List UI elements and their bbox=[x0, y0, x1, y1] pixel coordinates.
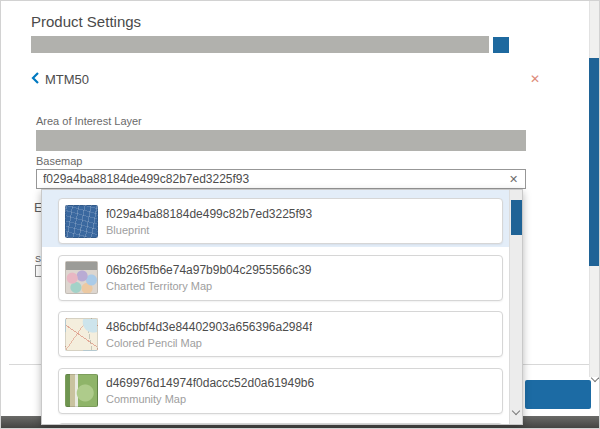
basemap-option-partial[interactable] bbox=[58, 423, 503, 425]
basemap-option-id: 06b26f5fb6e74a97b9b04c2955566c39 bbox=[106, 263, 312, 277]
basemap-option-card[interactable]: f029a4ba88184de499c82b7ed3225f93Blueprin… bbox=[58, 198, 503, 244]
page-scrollbar-down-arrow[interactable] bbox=[592, 367, 598, 385]
basemap-thumbnail-0 bbox=[65, 205, 98, 238]
basemap-option[interactable]: f029a4ba88184de499c82b7ed3225f93Blueprin… bbox=[42, 190, 510, 247]
dropdown-scrollbar-track[interactable] bbox=[509, 190, 522, 424]
basemap-option-card[interactable]: 06b26f5fb6e74a97b9b04c2955566c39Charted … bbox=[58, 255, 503, 301]
basemap-thumbnail-2 bbox=[65, 318, 98, 351]
back-button[interactable]: MTM50 bbox=[31, 70, 89, 88]
dropdown-scrollbar-thumb[interactable] bbox=[511, 200, 522, 235]
clear-input-icon[interactable]: ✕ bbox=[509, 173, 518, 185]
basemap-option-id: 486cbbf4d3e84402903a656396a2984f bbox=[106, 320, 312, 334]
page-scrollbar-thumb[interactable] bbox=[589, 58, 600, 266]
product-settings-dialog: Product Settings MTM50 ✕ Area of Interes… bbox=[0, 0, 600, 429]
header-blue-square bbox=[493, 37, 509, 53]
basemap-option-id: d469976d14974f0daccc52d0a61949b6 bbox=[106, 376, 314, 390]
basemap-thumbnail-1 bbox=[65, 261, 98, 294]
basemap-option[interactable]: d469976d14974f0daccc52d0a61949b6Communit… bbox=[42, 360, 510, 417]
back-chevron-icon bbox=[31, 70, 39, 88]
basemap-option-name: Blueprint bbox=[106, 224, 312, 236]
basemap-option[interactable]: 06b26f5fb6e74a97b9b04c2955566c39Charted … bbox=[42, 247, 510, 304]
back-label: MTM50 bbox=[45, 72, 89, 87]
aoi-field-redacted-value[interactable] bbox=[36, 130, 526, 151]
aoi-field-label: Area of Interest Layer bbox=[36, 115, 142, 127]
basemap-option-card[interactable]: d469976d14974f0daccc52d0a61949b6Communit… bbox=[58, 368, 503, 414]
basemap-thumbnail-3 bbox=[65, 374, 98, 407]
basemap-input[interactable] bbox=[36, 169, 526, 189]
basemap-option-name: Community Map bbox=[106, 393, 314, 405]
basemap-option-card[interactable]: 486cbbf4d3e84402903a656396a2984fColored … bbox=[58, 311, 503, 357]
basemap-field-label: Basemap bbox=[36, 155, 82, 167]
basemap-option-name: Colored Pencil Map bbox=[106, 337, 312, 349]
dropdown-scroll-down-icon[interactable] bbox=[513, 400, 519, 418]
close-icon[interactable]: ✕ bbox=[530, 73, 540, 85]
basemap-dropdown: f029a4ba88184de499c82b7ed3225f93Blueprin… bbox=[41, 189, 523, 425]
redacted-header-bar bbox=[31, 36, 489, 53]
page-title: Product Settings bbox=[31, 13, 141, 30]
primary-action-button[interactable] bbox=[525, 380, 591, 409]
basemap-option-id: f029a4ba88184de499c82b7ed3225f93 bbox=[106, 207, 312, 221]
basemap-option[interactable]: 486cbbf4d3e84402903a656396a2984fColored … bbox=[42, 303, 510, 360]
basemap-option-name: Charted Territory Map bbox=[106, 280, 312, 292]
